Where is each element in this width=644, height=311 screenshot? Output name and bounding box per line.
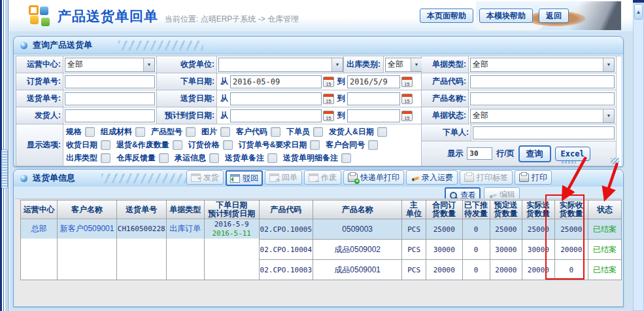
column-header[interactable]: 预定送货数量 xyxy=(490,200,522,219)
chevron-down-icon[interactable] xyxy=(603,109,614,122)
print-label-button[interactable]: 打印标签 xyxy=(460,170,513,185)
order-date-from-input[interactable]: 2016-05-09 xyxy=(230,75,322,88)
cell: 已结案 xyxy=(588,240,621,260)
scroll-up-icon[interactable] xyxy=(634,4,643,20)
calendar-icon[interactable] xyxy=(401,94,413,104)
cell: 0 xyxy=(462,260,490,280)
checkbox[interactable] xyxy=(159,153,169,163)
calendar-icon[interactable] xyxy=(323,94,334,104)
display-option-label: 订货单号&要求日期 xyxy=(239,138,307,151)
checkbox[interactable] xyxy=(271,127,280,137)
excel-export-button[interactable]: Excel xyxy=(555,147,590,161)
checkbox[interactable] xyxy=(220,127,230,137)
table-row[interactable]: 总部新客户0509001CH160500228出库订单2016-5-92016-… xyxy=(21,219,622,240)
column-header[interactable]: 已下推待发量 xyxy=(462,200,490,219)
checkbox[interactable] xyxy=(209,153,219,163)
window-back-icon xyxy=(230,174,240,183)
order-no-input[interactable] xyxy=(65,75,155,88)
checkbox[interactable] xyxy=(101,140,110,150)
expected-date-to-input[interactable] xyxy=(347,109,400,122)
express-print-button[interactable]: 快递单打印 xyxy=(343,170,404,185)
checkbox[interactable] xyxy=(186,127,195,137)
calendar-icon[interactable] xyxy=(323,77,334,87)
delivery-no-input[interactable] xyxy=(65,92,155,105)
chevron-down-icon[interactable] xyxy=(603,58,614,71)
field-receiving-unit: 出库类别: 全部 xyxy=(217,56,422,73)
column-header[interactable]: 产品代码 xyxy=(259,200,313,219)
display-option-label: 客户代码 xyxy=(236,125,267,138)
column-header[interactable]: 送货单号 xyxy=(116,200,166,219)
calendar-icon[interactable] xyxy=(401,111,413,121)
query-panel-header: 查询产品送货单 xyxy=(14,37,623,54)
vertical-scrollbar[interactable] xyxy=(633,3,644,311)
shipper-input[interactable] xyxy=(65,109,155,122)
operation-center-select[interactable]: 全部 xyxy=(65,58,155,72)
panel-resize-grip[interactable] xyxy=(611,158,619,164)
checkbox[interactable] xyxy=(341,153,351,163)
label-order-date: 下单日期: xyxy=(157,73,217,90)
outbound-category-select[interactable]: 全部 xyxy=(385,58,422,72)
module-help-button[interactable]: 本模块帮助 xyxy=(479,9,533,23)
checkbox[interactable] xyxy=(85,127,95,137)
checkbox[interactable] xyxy=(267,153,277,163)
checkbox[interactable] xyxy=(310,140,320,150)
product-name-input[interactable] xyxy=(470,92,615,105)
column-header[interactable]: 运营中心 xyxy=(21,200,58,219)
calendar-icon[interactable] xyxy=(323,111,334,121)
splitter-grip-handle[interactable] xyxy=(1,149,8,189)
doc-type-select[interactable]: 全部 xyxy=(470,58,615,72)
void-button[interactable]: 作废 xyxy=(304,170,341,185)
cell: 25000 xyxy=(490,219,522,240)
delivery-date-from-input[interactable] xyxy=(230,92,322,105)
product-code-input[interactable] xyxy=(470,75,615,88)
field-product-name xyxy=(469,90,617,107)
chevron-down-icon[interactable] xyxy=(411,58,422,71)
expected-date-value: 2016-5-11 xyxy=(205,229,258,238)
chevron-down-icon[interactable] xyxy=(143,58,154,71)
ship-button[interactable]: 发货 xyxy=(186,170,224,185)
print-button[interactable]: 打印 xyxy=(515,170,552,185)
calendar-icon[interactable] xyxy=(401,77,413,87)
window-void-icon xyxy=(309,174,318,182)
page-help-button[interactable]: 本页面帮助 xyxy=(420,9,473,23)
checkbox[interactable] xyxy=(223,140,233,150)
back-button[interactable]: 返回 xyxy=(539,9,569,23)
logo-square-yellow xyxy=(30,16,39,24)
column-header[interactable]: 合同订货数量 xyxy=(426,200,462,219)
receipt-button[interactable]: 回单 xyxy=(265,170,302,185)
to-label: 到 xyxy=(337,93,345,104)
cell: 30000 xyxy=(522,240,555,260)
reject-button[interactable]: 驳回 xyxy=(226,170,263,186)
checkbox[interactable] xyxy=(173,140,182,150)
column-header[interactable]: 状态 xyxy=(588,200,621,219)
order-date-to-input[interactable]: 2016/5/9 xyxy=(347,75,400,88)
breadcrumb: 当前位置: 点晴ERP子系统 -> 仓库管理 xyxy=(165,14,299,25)
column-header[interactable]: 实际送货数量 xyxy=(522,200,555,219)
checkbox[interactable] xyxy=(135,127,145,137)
chevron-down-icon[interactable] xyxy=(331,58,343,71)
receiving-unit-combo[interactable] xyxy=(218,58,343,72)
checkbox[interactable] xyxy=(368,140,378,150)
column-header[interactable]: 主单位 xyxy=(402,200,426,219)
doc-type-value: 全部 xyxy=(473,59,488,70)
column-header[interactable]: 下单日期预计到货日期 xyxy=(204,200,259,219)
doc-status-select[interactable]: 全部 xyxy=(470,109,615,123)
rows-per-page-input[interactable]: 30 xyxy=(467,147,492,160)
checkbox[interactable] xyxy=(101,153,110,163)
panel-splitter[interactable] xyxy=(0,0,9,311)
freight-entry-button[interactable]: 录入运费 xyxy=(406,170,458,185)
column-header[interactable]: 实际收货数量 xyxy=(554,200,588,219)
query-button[interactable]: 查询 xyxy=(518,145,551,162)
checkbox[interactable] xyxy=(313,127,323,137)
display-option-label: 组成材料 xyxy=(101,125,132,138)
column-header[interactable]: 产品名称 xyxy=(313,200,402,219)
column-header[interactable]: 客户名称 xyxy=(58,200,116,219)
checkbox[interactable] xyxy=(377,127,387,137)
delivery-date-to-input[interactable] xyxy=(347,92,400,105)
order-person-input[interactable] xyxy=(473,126,615,139)
display-option-item: 产品型号 xyxy=(151,125,195,138)
section-bullet-icon xyxy=(20,175,27,182)
cell: 20000 xyxy=(426,260,462,280)
expected-date-from-input[interactable] xyxy=(230,109,322,122)
column-header[interactable]: 单据类型 xyxy=(166,200,204,219)
